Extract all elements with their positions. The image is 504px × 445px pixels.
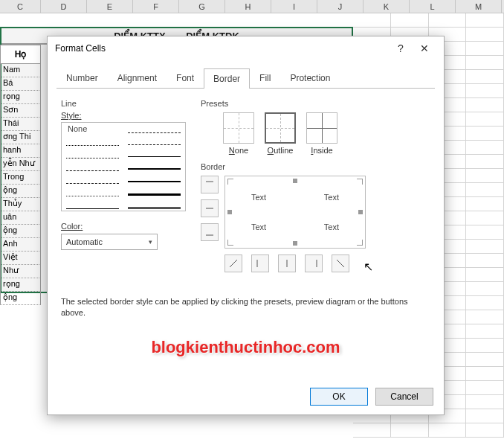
format-cells-dialog: Format Cells ? ✕ Number Alignment Font B… [47, 36, 445, 415]
dialog-tabs: Number Alignment Font Border Fill Protec… [48, 60, 444, 88]
name-cell[interactable]: Thái [0, 118, 41, 131]
name-cell[interactable]: Sơn [0, 104, 41, 118]
col-header[interactable]: K [364, 0, 410, 13]
col-header[interactable]: J [317, 0, 364, 13]
name-column-header: Họ [0, 45, 41, 64]
border-top-button[interactable] [201, 176, 219, 193]
preset-none[interactable]: None [223, 112, 254, 155]
name-cell[interactable]: rọng [0, 91, 41, 104]
svg-line-3 [230, 260, 237, 267]
border-bottom-button[interactable] [201, 223, 219, 241]
col-header[interactable]: C [0, 0, 41, 13]
line-group-label: Line [61, 99, 187, 108]
tab-protection[interactable]: Protection [280, 68, 340, 88]
border-preview[interactable]: Text Text Text Text [224, 176, 366, 249]
name-cell[interactable]: ộng [0, 292, 41, 305]
col-header[interactable]: D [41, 0, 87, 13]
name-cell[interactable]: yễn Như [0, 158, 41, 171]
col-header[interactable]: L [410, 0, 456, 13]
line-style-option[interactable] [66, 187, 119, 196]
preset-outline[interactable]: Outline [265, 112, 296, 155]
tab-border[interactable]: Border [204, 68, 250, 89]
col-header[interactable]: H [225, 0, 271, 13]
line-style-none[interactable]: None [66, 124, 119, 133]
preset-outline-icon [265, 112, 296, 144]
preview-text: Text [324, 222, 339, 231]
ok-button[interactable]: OK [310, 388, 368, 406]
name-cell[interactable]: Bá [0, 77, 41, 91]
name-cell[interactable]: Nam [0, 64, 41, 77]
line-style-option[interactable] [128, 136, 181, 145]
name-cell[interactable]: ộng [0, 225, 41, 238]
help-button[interactable]: ? [389, 38, 413, 59]
tab-alignment[interactable]: Alignment [108, 68, 167, 88]
chevron-down-icon: ▾ [149, 238, 152, 246]
cancel-button[interactable]: Cancel [375, 388, 433, 406]
line-style-option[interactable] [66, 149, 119, 159]
preview-text: Text [251, 222, 266, 231]
line-style-option[interactable] [66, 199, 119, 209]
line-style-listbox[interactable]: None [61, 122, 186, 211]
name-cell[interactable]: Anh [0, 238, 41, 252]
border-diag-down-button[interactable] [332, 254, 349, 272]
name-cell[interactable]: uân [0, 211, 41, 225]
col-header[interactable]: F [133, 0, 179, 13]
line-style-option[interactable] [128, 160, 181, 170]
tab-font[interactable]: Font [167, 68, 204, 88]
border-left-button[interactable] [251, 254, 269, 272]
dialog-titlebar[interactable]: Format Cells ? ✕ [48, 36, 444, 60]
border-middle-h-button[interactable] [201, 199, 219, 217]
line-style-option[interactable] [128, 185, 181, 196]
border-middle-v-button[interactable] [278, 254, 296, 272]
color-dropdown[interactable]: Automatic ▾ [61, 234, 158, 250]
close-button[interactable]: ✕ [413, 38, 436, 59]
presets-group-label: Presets [201, 99, 430, 108]
preset-none-icon [223, 112, 254, 144]
col-header[interactable]: E [87, 0, 133, 13]
watermark-text: blogkienthuctinhoc.com [151, 338, 340, 357]
line-style-option[interactable] [66, 136, 119, 146]
name-cell[interactable]: Như [0, 265, 41, 278]
preview-text: Text [251, 193, 266, 202]
line-style-option[interactable] [128, 199, 181, 209]
line-style-option[interactable] [128, 124, 181, 133]
col-header[interactable]: G [179, 0, 225, 13]
border-right-button[interactable] [305, 254, 323, 272]
style-label: Style: [61, 111, 187, 120]
dialog-title: Format Cells [55, 43, 389, 54]
col-header[interactable]: M [456, 0, 502, 13]
line-style-option[interactable] [66, 161, 119, 171]
line-style-option[interactable] [128, 173, 181, 182]
name-cell[interactable]: rọng [0, 278, 41, 292]
help-text: The selected border style can be applied… [61, 296, 430, 319]
column-headers: C D E F G H I J K L M [0, 0, 504, 13]
border-diag-up-button[interactable] [224, 254, 242, 272]
name-cell[interactable]: ộng [0, 185, 41, 198]
preset-inside-icon [306, 112, 337, 144]
tab-number[interactable]: Number [56, 68, 108, 88]
tab-fill[interactable]: Fill [250, 68, 280, 88]
preview-text: Text [324, 193, 339, 202]
name-column: Họ Nam Bá rọng Sơn Thái ơng Thi hanh yễn… [0, 45, 41, 305]
color-value: Automatic [66, 237, 103, 246]
name-cell[interactable]: hanh [0, 144, 41, 158]
line-style-option[interactable] [66, 174, 119, 184]
color-label: Color: [61, 222, 187, 231]
name-cell[interactable]: Việt [0, 252, 41, 265]
name-cell[interactable]: ơng Thi [0, 131, 41, 144]
border-group-label: Border [201, 162, 430, 171]
col-header[interactable]: I [271, 0, 317, 13]
svg-line-7 [337, 260, 344, 267]
line-style-option[interactable] [128, 148, 181, 157]
preset-inside[interactable]: Inside [306, 112, 337, 155]
name-cell[interactable]: Thủy [0, 198, 41, 211]
name-cell[interactable]: Trong [0, 171, 41, 185]
